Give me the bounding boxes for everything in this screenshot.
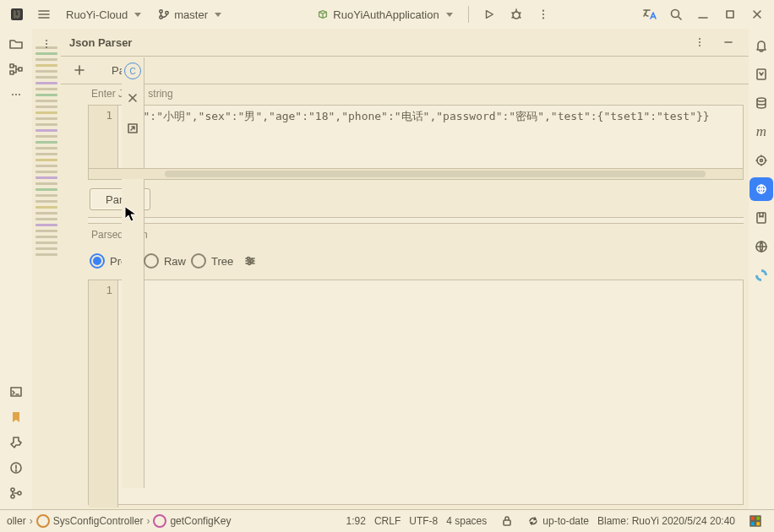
output-gutter: 1: [89, 280, 118, 508]
tool-window: Json Parser Parser C Enter JSON string 1…: [61, 29, 749, 510]
radio-raw-label: Raw: [164, 255, 186, 268]
cursor-icon: [124, 206, 138, 223]
class-chip-icon: [36, 514, 50, 528]
run-config-name: RuoYiAuthApplication: [333, 8, 439, 21]
build-tool-icon[interactable]: [4, 431, 28, 454]
notifications-icon[interactable]: [749, 34, 773, 57]
svg-line-19: [679, 17, 681, 19]
svg-point-33: [16, 470, 17, 471]
vcs-status[interactable]: up-to-date: [527, 515, 589, 527]
input-gutter: 1: [89, 106, 118, 168]
svg-point-37: [46, 40, 47, 41]
svg-point-17: [542, 17, 544, 19]
debug-button[interactable]: [504, 3, 528, 26]
main-toolbar: IJ RuoYi-Cloud master RuoYiAuthApplicati…: [0, 0, 774, 30]
ai-assistant-icon[interactable]: [749, 62, 773, 86]
svg-rect-65: [750, 522, 755, 527]
tool-window-hide-icon[interactable]: [717, 30, 740, 54]
close-icon[interactable]: [121, 86, 144, 110]
class-icon: C: [124, 62, 141, 79]
database-tool-icon[interactable]: [749, 91, 773, 115]
favorites-tool-icon[interactable]: [749, 206, 773, 230]
splitter[interactable]: [88, 217, 744, 224]
radio-pretty[interactable]: [90, 253, 105, 269]
svg-point-29: [19, 94, 20, 95]
structure-tool-icon[interactable]: [4, 57, 28, 81]
line-separator[interactable]: CRLF: [374, 515, 401, 527]
svg-line-12: [519, 13, 521, 14]
svg-rect-62: [504, 520, 510, 525]
svg-point-39: [46, 46, 47, 48]
svg-point-43: [760, 160, 763, 162]
tool-inner-gutter: C: [122, 57, 144, 488]
project-tool-icon[interactable]: [4, 32, 28, 56]
svg-point-15: [542, 10, 544, 12]
svg-point-59: [248, 258, 250, 260]
readonly-toggle-icon[interactable]: [495, 509, 519, 532]
svg-point-48: [699, 41, 700, 43]
svg-point-38: [46, 43, 47, 45]
git-blame[interactable]: Blame: RuoYi 2020/5/24 20:40: [597, 515, 735, 527]
sync-icon: [527, 515, 539, 527]
translate-icon[interactable]: [637, 3, 661, 26]
git-branch-selector[interactable]: master: [151, 3, 228, 25]
vcs-tool-icon[interactable]: [4, 481, 28, 505]
more-tool-icon[interactable]: [4, 83, 28, 106]
tool-window-options-icon[interactable]: [688, 30, 711, 54]
navigate-icon[interactable]: [121, 117, 144, 140]
minimap-options-icon[interactable]: [35, 32, 58, 56]
svg-point-49: [699, 45, 700, 46]
json-input-code[interactable]: ame":"小明","sex":"男","age":"18","phone":"…: [118, 106, 743, 168]
project-selector[interactable]: RuoYi-Cloud: [59, 3, 148, 25]
view-settings-icon[interactable]: [238, 249, 262, 273]
input-h-scrollbar[interactable]: [89, 168, 743, 179]
input-section-label: Enter JSON string: [88, 86, 744, 101]
terminal-tool-icon[interactable]: [4, 380, 28, 404]
app-icon[interactable]: IJ: [5, 3, 29, 26]
svg-point-27: [12, 94, 14, 95]
problems-tool-icon[interactable]: [4, 456, 28, 480]
maven-tool-icon[interactable]: m: [749, 120, 773, 144]
editor-minimap: [32, 29, 62, 510]
add-tab-icon[interactable]: [68, 58, 91, 82]
web-tool-icon[interactable]: [749, 235, 773, 258]
run-config-selector[interactable]: RuoYiAuthApplication: [310, 3, 459, 25]
main-menu-icon[interactable]: [32, 3, 56, 26]
json-input-editor[interactable]: 1 ame":"小明","sex":"男","age":"18","phone"…: [88, 105, 744, 180]
scrollbar-thumb[interactable]: [165, 171, 706, 177]
search-icon[interactable]: [664, 3, 688, 26]
more-actions-icon[interactable]: [531, 3, 555, 26]
plugin-tool-icon[interactable]: [749, 149, 773, 172]
left-tool-strip: [0, 29, 33, 510]
svg-rect-21: [727, 11, 733, 18]
services-tool-icon[interactable]: [749, 263, 773, 287]
json-parser-tool-icon[interactable]: [749, 177, 773, 201]
svg-point-41: [757, 98, 766, 101]
svg-point-28: [15, 94, 17, 95]
windows-logo-icon[interactable]: [744, 509, 767, 532]
radio-tree[interactable]: [191, 253, 206, 269]
svg-point-61: [248, 263, 251, 265]
file-encoding[interactable]: UTF-8: [409, 515, 438, 527]
breadcrumb[interactable]: oller› SysConfigController› getConfigKey: [7, 514, 231, 528]
indent-setting[interactable]: 4 spaces: [446, 515, 487, 527]
tool-window-header: Json Parser: [61, 29, 749, 57]
run-button[interactable]: [477, 3, 501, 26]
json-output-editor[interactable]: 1: [88, 280, 744, 505]
minimize-window-icon[interactable]: [691, 3, 715, 26]
svg-point-42: [757, 156, 766, 165]
method-chip-icon: [153, 514, 166, 528]
svg-point-9: [513, 12, 520, 19]
bookmark-tool-icon[interactable]: [4, 405, 28, 429]
close-window-icon[interactable]: [745, 3, 769, 26]
svg-point-47: [699, 38, 700, 40]
svg-point-18: [672, 10, 679, 18]
caret-position[interactable]: 1:92: [346, 515, 366, 527]
branch-icon: [158, 8, 170, 20]
right-tool-strip: m: [748, 29, 774, 510]
maximize-window-icon[interactable]: [718, 3, 742, 26]
view-mode-group: Pretty Raw Tree: [88, 246, 744, 276]
svg-marker-8: [486, 11, 493, 19]
svg-rect-63: [750, 516, 755, 521]
radio-raw[interactable]: [144, 253, 159, 269]
